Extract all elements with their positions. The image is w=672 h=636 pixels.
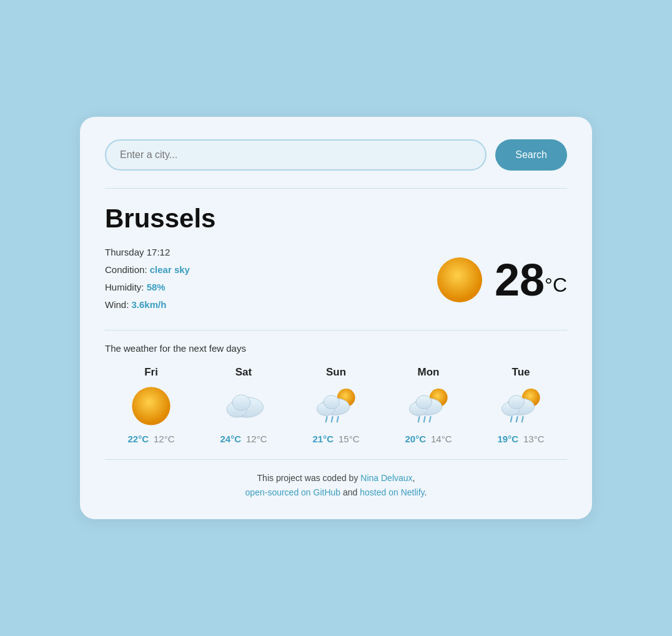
forecast-title: The weather for the next few days xyxy=(105,343,567,354)
temp-row: 20°C 14°C xyxy=(405,434,452,444)
current-info: Thursday 17:12 Condition: clear sky Humi… xyxy=(105,245,190,315)
wind-value: 3.6km/h xyxy=(132,299,167,310)
footer-text-before: This project was coded by xyxy=(257,473,361,483)
divider-top xyxy=(105,188,567,189)
current-weather-section: Brussels Thursday 17:12 Condition: clear… xyxy=(105,204,567,315)
svg-point-0 xyxy=(437,257,482,302)
search-button[interactable]: Search xyxy=(495,139,567,171)
svg-point-15 xyxy=(416,395,432,409)
svg-line-10 xyxy=(332,417,333,422)
city-name: Brussels xyxy=(105,204,567,234)
day-label: Sun xyxy=(326,366,346,379)
forecast-icon xyxy=(221,387,266,425)
temp-low: 13°C xyxy=(523,434,545,444)
svg-line-9 xyxy=(326,417,327,422)
svg-line-23 xyxy=(511,417,512,422)
temp-high: 21°C xyxy=(312,434,334,444)
svg-line-18 xyxy=(430,417,431,422)
wind-label: Wind: xyxy=(105,299,129,310)
svg-point-22 xyxy=(508,395,524,409)
svg-point-8 xyxy=(324,395,339,409)
temperature-value: 28 xyxy=(495,255,545,305)
weather-card: Search Brussels Thursday 17:12 Condition… xyxy=(80,117,592,519)
day-label: Mon xyxy=(418,366,440,379)
footer-author-link[interactable]: Nina Delvaux xyxy=(360,473,412,483)
divider-middle xyxy=(105,330,567,330)
temperature-unit: °C xyxy=(545,274,567,296)
temp-high: 19°C xyxy=(497,434,518,444)
search-input[interactable] xyxy=(105,139,487,171)
temp-row: 24°C 12°C xyxy=(220,434,267,444)
forecast-icon xyxy=(129,387,174,425)
footer-text-end: . xyxy=(425,487,427,497)
forecast-row: Fri 22°C 12°C Sat xyxy=(105,366,567,444)
temp-high: 22°C xyxy=(127,434,149,444)
current-temp-icon: 28°C xyxy=(435,255,567,305)
humidity-label: Humidity: xyxy=(105,282,144,292)
current-sun-icon xyxy=(435,255,485,305)
svg-line-25 xyxy=(522,417,523,422)
temp-low: 15°C xyxy=(338,434,360,444)
day-label: Tue xyxy=(512,366,530,379)
svg-line-16 xyxy=(418,417,420,422)
forecast-day: Fri 22°C 12°C xyxy=(105,366,197,444)
temp-row: 22°C 12°C xyxy=(127,434,174,444)
temp-low: 14°C xyxy=(431,434,452,444)
search-row: Search xyxy=(105,139,567,171)
footer-github-link[interactable]: open-sourced on GitHub xyxy=(245,487,341,497)
forecast-day: Mon xyxy=(382,366,475,444)
forecast-icon xyxy=(406,387,451,425)
datetime-text: Thursday 17:12 xyxy=(105,245,190,260)
temp-high: 20°C xyxy=(405,434,426,444)
temp-low: 12°C xyxy=(246,434,267,444)
forecast-day: Sat 24°C 12°C xyxy=(197,366,290,444)
svg-point-1 xyxy=(132,387,170,425)
svg-line-24 xyxy=(516,417,518,422)
svg-line-17 xyxy=(424,417,425,422)
footer: This project was coded by Nina Delvaux, … xyxy=(105,471,567,499)
footer-text-middle: , xyxy=(413,473,415,483)
forecast-icon xyxy=(314,387,358,425)
current-details-row: Thursday 17:12 Condition: clear sky Humi… xyxy=(105,245,567,315)
day-label: Sat xyxy=(235,366,252,379)
condition-text: Condition: clear sky xyxy=(105,262,190,277)
day-label: Fri xyxy=(144,366,158,379)
wind-text: Wind: 3.6km/h xyxy=(105,297,190,312)
forecast-day: Tue xyxy=(475,366,567,444)
condition-value: clear sky xyxy=(150,264,190,275)
temp-row: 19°C 13°C xyxy=(497,434,544,444)
condition-label: Condition: xyxy=(105,264,147,275)
temperature-display: 28°C xyxy=(495,257,567,302)
footer-text-and: and xyxy=(340,487,360,497)
humidity-value: 58% xyxy=(147,282,166,292)
forecast-icon xyxy=(498,387,543,425)
footer-netlify-link[interactable]: hosted on Netlify xyxy=(360,487,424,497)
humidity-text: Humidity: 58% xyxy=(105,280,190,295)
forecast-section: The weather for the next few days Fri 22… xyxy=(105,343,567,444)
temp-high: 24°C xyxy=(220,434,241,444)
svg-line-11 xyxy=(337,417,338,422)
svg-point-4 xyxy=(232,395,250,410)
forecast-day: Sun xyxy=(290,366,382,444)
temp-row: 21°C 15°C xyxy=(312,434,359,444)
divider-bottom xyxy=(105,459,567,460)
temp-low: 12°C xyxy=(154,434,175,444)
